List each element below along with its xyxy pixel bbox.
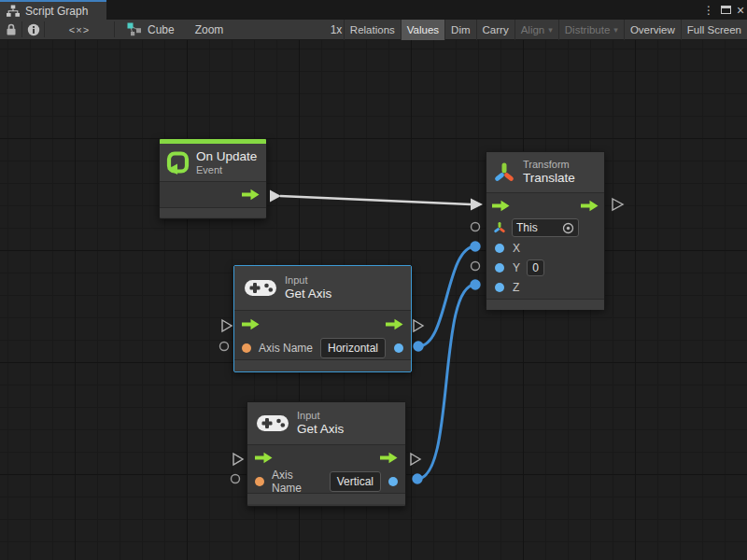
node-category: Input: [297, 410, 344, 422]
y-input-row: Y 0: [486, 258, 604, 277]
x-port-icon[interactable]: [495, 244, 504, 253]
window-menu-button[interactable]: ⋮: [702, 0, 715, 20]
node-get-axis-horizontal[interactable]: Input Get Axis Axis Name Horizontal: [233, 265, 412, 372]
target-object-field[interactable]: This: [512, 218, 579, 237]
graph-node-icon: [127, 22, 142, 36]
gamepad-icon: [257, 413, 289, 433]
tab-title: Script Graph: [25, 5, 88, 18]
flow-arrow-in[interactable]: [255, 452, 273, 464]
node-get-axis-vertical[interactable]: Input Get Axis Axis Name Vertical: [247, 401, 406, 507]
relations-button[interactable]: Relations: [344, 20, 401, 40]
gamepad-icon: [245, 278, 276, 298]
transform-icon: [493, 161, 515, 184]
values-button[interactable]: Values: [401, 20, 444, 40]
control-flow-row: [247, 445, 405, 470]
node-subtitle: Event: [196, 164, 257, 176]
node-title: Get Axis: [297, 422, 344, 437]
control-flow-row: [234, 311, 411, 337]
node-category: Transform: [523, 159, 575, 171]
zoom-label: Zoom: [191, 20, 227, 39]
flow-arrow-out[interactable]: [581, 200, 599, 212]
target-input-row: This: [486, 217, 604, 238]
node-header: Input Get Axis: [247, 402, 405, 445]
flow-arrow-in[interactable]: [242, 318, 260, 330]
dim-button[interactable]: Dim: [444, 20, 475, 40]
info-button[interactable]: [22, 20, 44, 39]
node-header: Input Get Axis: [234, 266, 411, 311]
distribute-dropdown[interactable]: Distribute ▾: [558, 20, 624, 40]
chevron-down-icon: ▾: [613, 25, 618, 35]
graph-hierarchy-icon: [7, 5, 20, 17]
graph-toolbar: <×> Cube Zoom 1x Relations Values: [0, 20, 747, 40]
control-flow-row: [486, 193, 604, 217]
maximize-button[interactable]: [718, 0, 733, 20]
node-header: Transform Translate: [486, 152, 604, 193]
object-picker-icon[interactable]: [562, 222, 574, 234]
node-header: On Update Event: [160, 144, 266, 182]
node-title: On Update: [196, 149, 257, 164]
node-footer: [486, 299, 604, 310]
node-translate[interactable]: Transform Translate This: [486, 151, 605, 309]
node-footer: [234, 359, 411, 371]
string-port-icon[interactable]: [255, 477, 264, 486]
y-value-field[interactable]: 0: [527, 259, 544, 276]
axis-name-row: Axis Name Horizontal: [234, 337, 411, 359]
axis-name-field[interactable]: Vertical: [330, 471, 381, 492]
script-graph-window: Script Graph ⋮ × <×>: [0, 0, 747, 560]
string-port-icon[interactable]: [242, 343, 251, 353]
z-input-row: Z: [486, 277, 604, 297]
axis-name-field[interactable]: Horizontal: [320, 338, 386, 358]
transform-mini-icon: [493, 221, 506, 234]
align-dropdown[interactable]: Align ▾: [514, 20, 558, 40]
graph-breadcrumb[interactable]: Cube: [121, 20, 177, 39]
close-button[interactable]: ×: [734, 0, 747, 20]
loop-event-icon: [165, 150, 190, 175]
lock-icon: [6, 23, 17, 35]
flow-arrow-out[interactable]: [386, 318, 403, 330]
toolbar-separator: [114, 21, 115, 37]
y-port-icon[interactable]: [495, 263, 504, 273]
z-port-icon[interactable]: [495, 283, 504, 292]
lock-button[interactable]: [0, 20, 21, 39]
chevron-down-icon: ▾: [548, 25, 553, 35]
toolbar-right-group: Relations Values Dim Carry Align ▾ Distr…: [344, 20, 747, 40]
node-on-update[interactable]: On Update Event: [159, 138, 267, 219]
axis-name-row: Axis Name Vertical: [247, 470, 405, 493]
result-port-icon[interactable]: [394, 343, 403, 353]
info-icon: [27, 23, 40, 36]
carry-button[interactable]: Carry: [476, 20, 514, 40]
graph-name-label: Cube: [148, 23, 175, 36]
flow-arrow-out[interactable]: [242, 189, 260, 201]
code-icon: <×>: [69, 24, 90, 35]
node-title: Get Axis: [285, 287, 331, 301]
maximize-icon: [721, 6, 731, 14]
node-footer: [160, 207, 266, 217]
overview-button[interactable]: Overview: [624, 20, 681, 40]
flow-arrow-in[interactable]: [492, 200, 510, 212]
tab-bar: Script Graph ⋮ ×: [0, 0, 747, 20]
kebab-icon: ⋮: [703, 4, 714, 17]
result-port-icon[interactable]: [388, 477, 398, 486]
control-output-row: [160, 182, 266, 207]
close-icon: ×: [737, 3, 744, 18]
node-category: Input: [285, 274, 331, 287]
x-input-row: X: [486, 238, 604, 258]
tab-script-graph[interactable]: Script Graph: [0, 0, 106, 20]
code-view-button[interactable]: <×>: [45, 20, 114, 39]
fullscreen-button[interactable]: Full Screen: [681, 20, 747, 40]
flow-arrow-out[interactable]: [380, 452, 398, 464]
node-title: Translate: [523, 171, 575, 186]
